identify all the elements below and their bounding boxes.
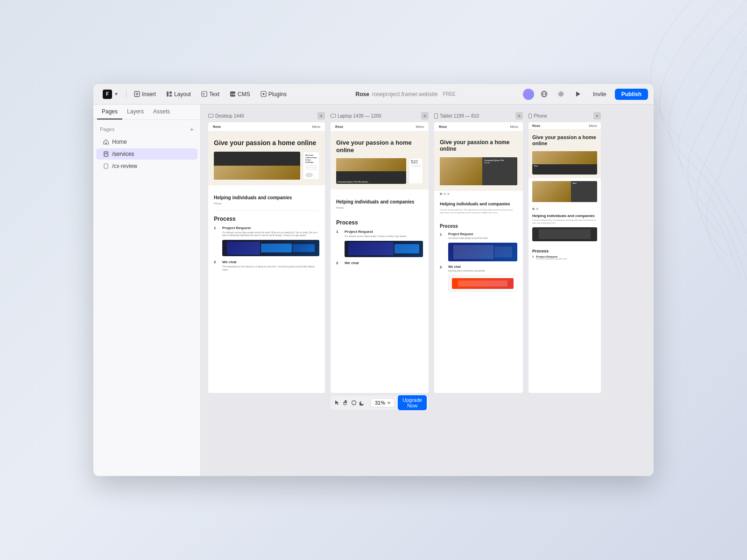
laptop-hero-title: Give your passion a home online [336,139,423,154]
desktop-mockup-side-text: We build relationships before buildings [305,154,317,163]
settings-button[interactable] [555,88,568,101]
tablet-frame-dots [434,191,523,197]
tablet-nav-menu: Menu [510,125,518,128]
home-icon [103,139,109,145]
app-url: roseproject.framer.website [372,91,438,98]
tablet-process-image [448,243,517,261]
laptop-nav-menu: Menu [416,125,424,128]
layout-button[interactable]: Layout [162,89,195,99]
desktop-process-content-1: Project Request Our fantastic service he… [222,226,319,257]
desktop-device-label: Desktop 1440 [208,113,244,119]
laptop-add-button[interactable]: + [421,112,429,119]
phone-page-frame: Rose Menu Give your passion a home onlin… [529,122,601,393]
phone-label: Phone [534,113,547,119]
desktop-nav-logo: Rose [213,125,221,128]
cx-review-page-label: /cx-review [112,163,137,169]
sidebar-item-cx-review[interactable]: /cx-review [96,161,197,172]
phone-frame-header: Phone + [529,112,601,122]
laptop-process-title: Process [336,219,423,226]
tablet-process-title-1: Project Request [448,232,517,236]
framer-logo-icon: F [103,90,112,99]
moon-tool[interactable] [359,398,365,407]
svg-text:T: T [203,92,205,97]
laptop-device-label: Laptop 1439 — 1200 [331,113,381,119]
plugins-button[interactable]: Plugins [257,89,290,99]
desktop-process-content-2: We chat That separating me from being me… [222,260,319,274]
tablet-page-frame: Rose Menu Give your passion a home onlin… [434,122,523,393]
laptop-process-content-2: We chat [345,261,423,266]
svg-point-21 [352,401,356,405]
desktop-mockup-avatar [305,173,313,177]
phone-add-button[interactable]: + [593,112,601,119]
tab-assets[interactable]: Assets [148,105,175,119]
file-icon-cx [103,163,109,169]
add-page-button[interactable]: + [190,126,194,133]
zoom-control[interactable]: 31% [371,398,395,407]
text-icon: T [201,91,207,97]
user-avatar[interactable] [523,89,534,100]
canvas-area[interactable]: Desktop 1440 + Rose Menu Give your passi… [201,105,654,476]
tablet-section-body: I've been working with Rose. Her organiz… [440,209,517,214]
desktop-process-title-1: Project Request [222,226,319,230]
home-page-label: Home [112,139,127,145]
laptop-process-content-1: Project Request Our fantastic service he… [345,230,423,257]
layout-label: Layout [174,91,191,98]
pages-label: Pages [100,126,114,132]
hand-icon [343,400,348,406]
moon-icon [359,400,365,406]
tablet-process-item-2: 2 We chat Learning about connections and… [440,265,517,292]
phone-mockup: Rose [532,151,597,175]
insert-button[interactable]: Insert [130,89,160,99]
sidebar-item-services[interactable]: /services [96,148,197,160]
phone-process-content-1: Project Request Our service helps people… [536,255,567,260]
phone-helping-heading: Helping individuals and companies [532,214,597,218]
desktop-mockup-side: We build relationships before buildings [303,152,319,180]
laptop-frame-header: Laptop 1439 — 1200 + [331,112,429,122]
tablet-frame-header: Tablet 1199 — 810 + [434,112,523,122]
laptop-process-num-1: 1 [336,230,341,257]
desktop-process-item-2: 2 We chat That separating me from being … [214,260,319,274]
globe-button[interactable] [538,88,551,101]
text-button[interactable]: T Text [197,89,223,99]
publish-button[interactable]: Publish [615,89,648,100]
desktop-add-button[interactable]: + [317,112,325,119]
desktop-section-dots: · · · · [214,190,319,193]
sidebar-tab-bar: Pages Layers Assets [93,105,200,120]
laptop-hero: Give your passion a home online Cassandr… [331,132,429,189]
phone-hero-title: Give your passion a home online [532,134,597,147]
layout-icon [166,91,172,97]
tablet-process-content-1: Project Request Our service helps people… [448,232,517,261]
tab-pages[interactable]: Pages [97,105,122,119]
tab-layers[interactable]: Layers [122,105,148,119]
desktop-hero: Give your passion a home online Cassandr… [208,132,325,185]
desktop-process-title: Process [214,216,319,222]
laptop-section-dots: · · · [336,194,423,197]
insert-icon [134,91,140,97]
sidebar-item-home[interactable]: Home [96,136,197,147]
tablet-add-button[interactable]: + [515,112,523,119]
phone-nav-logo: Rose [532,124,540,127]
desktop-process-body-2: That separating me from being me, to bei… [222,266,319,272]
framer-logo-button[interactable]: F ▼ [99,88,122,101]
circle-tool[interactable] [351,398,357,407]
phone-hero: Give your passion a home online Rose [529,130,601,178]
toolbar-separator [126,90,127,99]
invite-button[interactable]: Invite [588,89,611,100]
sidebar: Pages Layers Assets Pages + Home /servic… [93,105,201,476]
hand-tool[interactable] [343,398,348,407]
svg-rect-3 [167,91,169,97]
phone-small-mockup: Rose [529,178,601,207]
tablet-process-title: Process [440,224,517,229]
desktop-nav-menu: Menu [312,125,320,128]
svg-point-11 [262,93,264,95]
desktop-section-heading: Helping individuals and companies [214,195,319,201]
cursor-tool[interactable] [334,398,340,407]
play-button[interactable] [571,88,585,101]
cms-button[interactable]: CMS CMS [226,89,254,99]
desktop-label: Desktop 1440 [215,113,244,119]
tablet-process-title-2: We chat [448,265,517,268]
upgrade-button[interactable]: Upgrade Now [398,395,427,410]
desktop-frame-header: Desktop 1440 + [208,112,325,122]
phone-nav-menu: Menu [589,124,597,127]
svg-point-15 [560,93,562,95]
